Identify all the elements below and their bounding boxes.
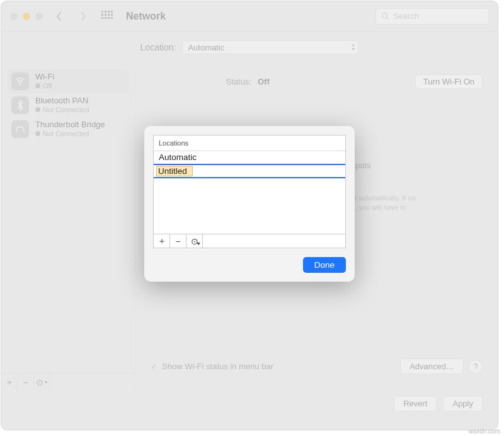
location-row-automatic[interactable]: Automatic (154, 151, 345, 164)
remove-location-button[interactable]: − (170, 234, 186, 248)
network-preferences-window: Network Search Location: Automatic ▲▼ Wi… (1, 1, 498, 430)
location-name-edit-field[interactable]: Untitled (156, 166, 193, 176)
locations-toolbar: ＋ − ⊙ (154, 234, 345, 248)
location-actions-button[interactable]: ⊙ (186, 234, 203, 248)
locations-list-header: Locations (154, 135, 345, 151)
watermark-text: wsxdn.com (469, 428, 500, 435)
add-location-button[interactable]: ＋ (154, 234, 170, 248)
location-row-untitled[interactable]: Untitled (154, 164, 345, 178)
locations-list: Locations Automatic Untitled ＋ − ⊙ (153, 135, 346, 248)
dialog-footer: Done (153, 257, 346, 273)
done-button[interactable]: Done (303, 257, 346, 273)
locations-dialog: Locations Automatic Untitled ＋ − ⊙ Done (144, 126, 355, 282)
